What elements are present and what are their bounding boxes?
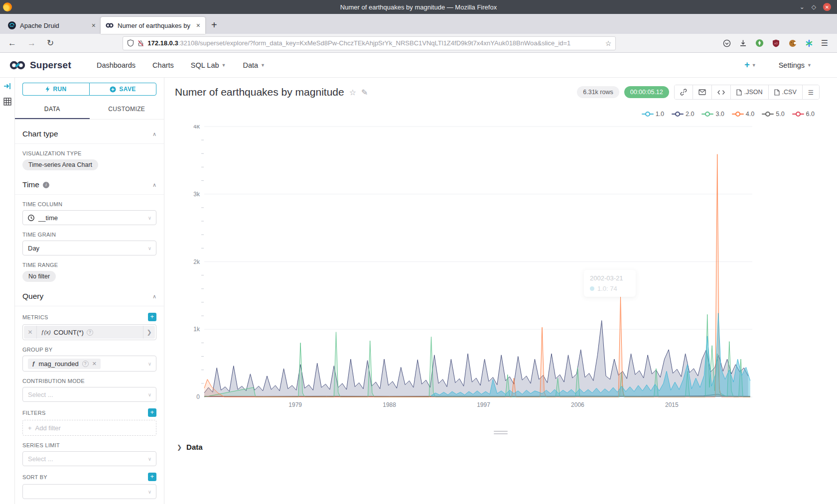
datasource-grid-icon[interactable] (3, 98, 11, 106)
filters-label: FILTERS (22, 410, 46, 416)
pocket-icon[interactable] (722, 39, 731, 48)
svg-text:2k: 2k (193, 258, 200, 265)
row-count-badge: 6.31k rows (577, 86, 619, 98)
tab-label: Apache Druid (20, 22, 88, 29)
section-time[interactable]: Timei ∧ (22, 180, 156, 189)
chart-title: Numer of earthquakes by magnitude (175, 86, 344, 98)
data-panel-toggle[interactable]: ❯ Data (177, 443, 203, 451)
section-query[interactable]: Query ∧ (22, 292, 156, 301)
tab-customize[interactable]: CUSTOMIZE (90, 101, 164, 119)
file-icon (736, 89, 742, 96)
url-bar[interactable]: 172.18.0.3:32108/superset/explore/?form_… (123, 36, 616, 50)
plus-icon: + (28, 424, 32, 432)
run-button[interactable]: RUN (22, 83, 89, 96)
window-close-icon[interactable]: ✕ (823, 3, 831, 11)
email-button[interactable] (693, 85, 711, 99)
reload-button[interactable]: ↻ (43, 38, 58, 48)
time-grain-label: TIME GRAIN (22, 232, 56, 238)
column-function-icon: ƒ (32, 361, 35, 367)
new-tab-button[interactable]: + (205, 19, 223, 34)
tracking-shield-icon[interactable] (127, 39, 134, 47)
resize-handle[interactable] (494, 431, 508, 434)
more-options-button[interactable]: ☰ (802, 85, 819, 99)
add-sort-by-button[interactable]: + (148, 473, 156, 481)
chevron-down-icon: ∨ (148, 392, 151, 397)
metric-name: COUNT(*) (54, 329, 84, 336)
legend-marker-icon (642, 112, 654, 117)
legend-item[interactable]: 4.0 (732, 111, 754, 118)
edit-properties-icon[interactable]: ✎ (361, 88, 368, 97)
window-maximize-icon[interactable]: ◇ (812, 4, 816, 10)
new-item-button[interactable]: +▼ (744, 60, 756, 70)
legend-item[interactable]: 2.0 (672, 111, 694, 118)
nav-charts[interactable]: Charts (152, 61, 174, 69)
copy-link-button[interactable] (675, 85, 693, 99)
time-column-select[interactable]: __time ∨ (22, 210, 156, 225)
sort-by-select[interactable]: ∨ (22, 484, 156, 499)
time-grain-select[interactable]: Day ∨ (22, 241, 156, 255)
privacy-badger-icon[interactable] (755, 39, 764, 48)
group-by-select[interactable]: ƒ mag_rounded ? ✕ ∨ (22, 356, 156, 372)
svg-text:3k: 3k (193, 191, 200, 198)
timeseries-area-chart[interactable]: 01k2k3k4k19791988199720062015 (192, 125, 760, 414)
email-icon (698, 89, 706, 95)
bookmark-star-icon[interactable]: ☆ (605, 39, 612, 47)
add-metric-button[interactable]: + (148, 313, 156, 321)
embed-code-button[interactable] (711, 85, 730, 99)
svg-text:uO: uO (774, 41, 778, 44)
add-filter-box[interactable]: + Add filter (22, 420, 156, 436)
add-filter-plus-button[interactable]: + (148, 408, 156, 417)
series-limit-select[interactable]: Select ... ∨ (22, 451, 156, 466)
cookie-icon[interactable] (788, 39, 797, 48)
window-titlebar: Numer of earthquakes by magnitude — Mozi… (0, 0, 837, 14)
legend-marker-icon (701, 112, 713, 117)
download-icon[interactable] (739, 39, 748, 48)
nav-sql-lab[interactable]: SQL Lab▼ (191, 61, 226, 69)
tab-data[interactable]: DATA (15, 101, 90, 119)
group-by-tag[interactable]: ƒ mag_rounded ? ✕ (28, 359, 101, 369)
chevron-right-icon[interactable]: ❯ (143, 326, 155, 339)
remove-metric-icon[interactable]: ✕ (24, 326, 37, 339)
info-icon: i (43, 182, 49, 188)
viz-type-pill[interactable]: Time-series Area Chart (22, 159, 98, 170)
metric-control[interactable]: ✕ ƒ(x) COUNT(*) ? ❯ (22, 324, 156, 340)
export-csv-button[interactable]: .CSV (768, 85, 802, 99)
time-range-label: TIME RANGE (22, 262, 58, 268)
remove-tag-icon[interactable]: ✕ (92, 361, 97, 367)
superset-logo[interactable]: Superset (9, 60, 71, 71)
collapse-panel-icon[interactable] (3, 83, 11, 90)
legend-marker-icon (762, 112, 774, 117)
export-json-button[interactable]: .JSON (730, 85, 768, 99)
forward-button[interactable]: → (23, 38, 40, 48)
time-range-pill[interactable]: No filter (22, 271, 56, 282)
tooltip-date: 2002-03-21 (590, 274, 630, 282)
svg-text:1988: 1988 (383, 401, 396, 408)
legend-item[interactable]: 3.0 (701, 111, 724, 118)
insecure-lock-icon[interactable] (138, 40, 144, 47)
window-minimize-icon[interactable]: ⌄ (800, 4, 805, 10)
ublock-icon[interactable]: uO (772, 39, 781, 48)
tab-close-icon[interactable]: × (92, 21, 96, 29)
browser-menu-icon[interactable]: ☰ (821, 38, 828, 48)
extension-asterisk-icon[interactable] (805, 39, 814, 48)
chevron-down-icon: ∨ (148, 361, 151, 367)
back-button[interactable]: ← (4, 38, 20, 48)
tab-close-icon[interactable]: × (196, 21, 200, 29)
window-title: Numer of earthquakes by magnitude — Mozi… (0, 3, 837, 11)
settings-menu[interactable]: Settings▼ (779, 61, 812, 69)
svg-text:1997: 1997 (477, 401, 490, 408)
favorite-star-icon[interactable]: ☆ (349, 88, 356, 97)
tab-superset-chart[interactable]: Numer of earthquakes by m × (101, 17, 205, 34)
url-path: :32108/superset/explore/?form_data_key=K… (178, 39, 571, 47)
legend-item[interactable]: 5.0 (762, 111, 784, 118)
nav-data[interactable]: Data▼ (243, 61, 265, 69)
left-rail (0, 78, 15, 504)
tab-apache-druid[interactable]: Apache Druid × (3, 17, 101, 34)
legend-item[interactable]: 1.0 (642, 111, 664, 118)
series-dot-icon (590, 286, 594, 291)
section-chart-type[interactable]: Chart type ∧ (22, 129, 156, 138)
contribution-mode-select[interactable]: Select ... ∨ (22, 387, 156, 402)
save-button[interactable]: SAVE (89, 83, 156, 96)
legend-item[interactable]: 6.0 (792, 111, 815, 118)
nav-dashboards[interactable]: Dashboards (97, 61, 136, 69)
